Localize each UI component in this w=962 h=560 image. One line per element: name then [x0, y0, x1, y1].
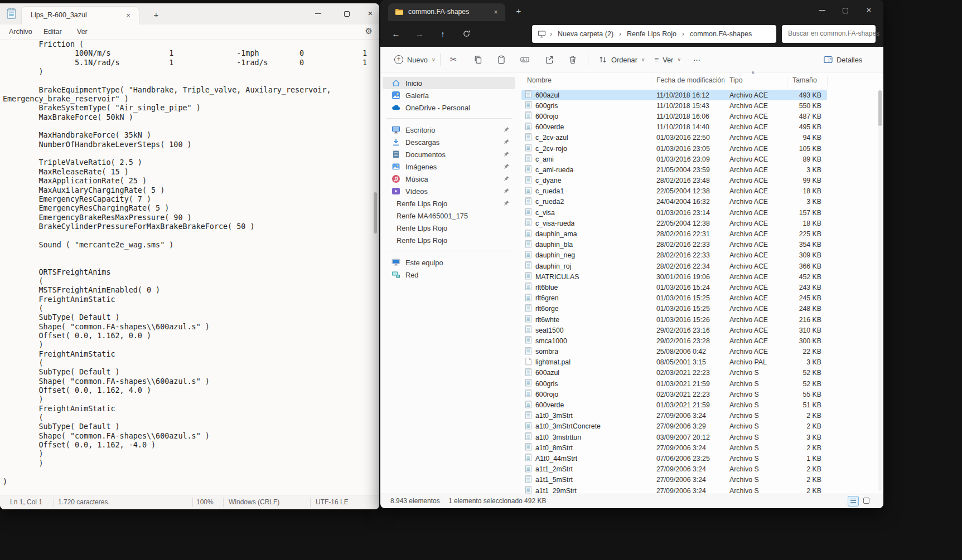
- sidebar-item-red[interactable]: Red: [383, 269, 515, 281]
- sidebar-item-inicio[interactable]: Inicio: [383, 77, 515, 89]
- explorer-titlebar[interactable]: common.FA-shapes × + ×: [380, 0, 883, 21]
- breadcrumb-item[interactable]: common.FA-shapes: [688, 29, 753, 39]
- table-row[interactable]: dauphin_bla28/02/2016 22:33Archivo ACE35…: [521, 240, 827, 250]
- explorer-tab-close-icon[interactable]: ×: [491, 7, 501, 17]
- column-header-nombre[interactable]: Nombre: [527, 76, 552, 84]
- table-row[interactable]: 600azul02/03/2021 22:23Archivo S52 KB: [521, 368, 827, 378]
- table-row[interactable]: a1t0_3mStrtConcrete27/09/2006 3:29Archiv…: [521, 421, 827, 432]
- table-row[interactable]: a1t0_3mStrt27/09/2006 3:24Archivo S2 KB: [521, 411, 827, 421]
- menu-ver[interactable]: Ver: [74, 27, 91, 37]
- status-encoding[interactable]: UTF-16 LE: [316, 498, 349, 506]
- explorer-minimize-button[interactable]: [810, 0, 834, 20]
- table-row[interactable]: c_2cv-rojo01/03/2016 23:05Archivo ACE105…: [521, 143, 827, 154]
- table-row[interactable]: rlt6whte01/03/2016 15:26Archivo ACE216 K…: [521, 314, 827, 325]
- sidebar-item-documentos[interactable]: Documentos: [383, 148, 515, 160]
- table-row[interactable]: seat150029/02/2016 23:16Archivo ACE310 K…: [521, 325, 827, 335]
- table-row[interactable]: c_visa-rueda22/05/2004 12:38Archivo ACE1…: [521, 218, 827, 228]
- rename-button[interactable]: [515, 51, 534, 68]
- table-row[interactable]: c_rueda122/05/2004 12:38Archivo ACE18 KB: [521, 186, 827, 197]
- sidebar-item-m-sica[interactable]: Música: [383, 173, 515, 185]
- settings-gear-icon[interactable]: ⚙: [365, 26, 373, 36]
- breadcrumb-item[interactable]: Nueva carpeta (2): [556, 29, 615, 39]
- notepad-minimize-button[interactable]: [306, 3, 330, 23]
- details-view-toggle[interactable]: [848, 496, 859, 507]
- table-row[interactable]: A1t0_44mStrt07/06/2006 23:25Archivo S1 K…: [521, 453, 827, 464]
- table-row[interactable]: a1t1_2mStrt27/09/2006 3:24Archivo S2 KB: [521, 464, 827, 475]
- column-header-fecha[interactable]: Fecha de modificación: [656, 76, 725, 84]
- menu-editar[interactable]: Editar: [40, 27, 65, 37]
- table-row[interactable]: c_ami01/03/2016 23:09Archivo ACE89 KB: [521, 154, 827, 164]
- notepad-titlebar[interactable]: Llps_R-600_3azul × + ×: [0, 3, 379, 25]
- menu-archivo[interactable]: Archivo: [6, 27, 36, 37]
- notepad-text-area[interactable]: Friction ( 100N/m/s 1 -1mph 0 1 5.1N/rad…: [3, 40, 368, 495]
- cut-button[interactable]: ✂: [445, 51, 462, 68]
- scrollbar-thumb[interactable]: [878, 90, 882, 126]
- new-button[interactable]: + Nuevo ∨: [389, 51, 441, 68]
- table-row[interactable]: sombra25/08/2006 0:42Archivo ACE22 KB: [521, 347, 827, 357]
- forward-icon[interactable]: →: [413, 27, 426, 41]
- table-row[interactable]: lightmat.pal08/05/2001 3:15Archivo PAL3 …: [521, 357, 827, 368]
- column-header-tamano[interactable]: Tamaño: [792, 76, 817, 84]
- explorer-new-tab-button[interactable]: +: [513, 6, 524, 17]
- table-row[interactable]: a1t0_3mstrttun03/09/2007 20:12Archivo S3…: [521, 432, 827, 442]
- table-row[interactable]: a1t1_5mStrt27/09/2006 3:24Archivo S2 KB: [521, 475, 827, 485]
- table-row[interactable]: 600verde11/10/2018 14:40Archivo ACE495 K…: [521, 122, 827, 133]
- status-zoom-level[interactable]: 100%: [196, 498, 214, 506]
- sidebar-item-renfe-llps-rojo[interactable]: Renfe Llps Rojo: [383, 197, 515, 210]
- notepad-new-tab-button[interactable]: +: [151, 9, 162, 21]
- up-icon[interactable]: ↑: [436, 27, 449, 41]
- file-list-scrollbar[interactable]: [878, 90, 882, 491]
- notepad-maximize-button[interactable]: [335, 3, 359, 23]
- sidebar-item-escritorio[interactable]: Escritorio: [383, 124, 515, 136]
- notepad-close-button[interactable]: ×: [358, 3, 379, 23]
- table-row[interactable]: MATRICULAS30/01/2016 19:06Archivo ACE452…: [521, 271, 827, 282]
- table-row[interactable]: c_ami-rueda21/05/2004 23:59Archivo ACE3 …: [521, 164, 827, 175]
- explorer-maximize-button[interactable]: [833, 0, 858, 20]
- table-row[interactable]: 600gris01/03/2021 21:59Archivo S52 KB: [521, 378, 827, 389]
- table-row[interactable]: a1t1_29mStrt27/09/2006 3:24Archivo S2 KB: [521, 485, 827, 494]
- table-row[interactable]: c_rueda224/04/2004 16:32Archivo ACE3 KB: [521, 197, 827, 207]
- delete-button[interactable]: [563, 51, 582, 68]
- table-row[interactable]: c_dyane28/02/2016 23:48Archivo ACE99 KB: [521, 176, 827, 186]
- table-row[interactable]: smca100029/02/2016 23:28Archivo ACE300 K…: [521, 335, 827, 346]
- sidebar-item-galer-a[interactable]: Galería: [383, 89, 515, 101]
- table-row[interactable]: rlt6blue01/03/2016 15:24Archivo ACE243 K…: [521, 282, 827, 293]
- search-input[interactable]: Buscar en common.FA-shapes: [782, 25, 876, 43]
- paste-button[interactable]: [492, 51, 511, 68]
- explorer-tab[interactable]: common.FA-shapes ×: [388, 3, 505, 21]
- sidebar-item-renfe-ma465001-175[interactable]: Renfe MA465001_175: [383, 210, 515, 222]
- breadcrumb[interactable]: ›Nueva carpeta (2)›Renfe Llps Rojo›commo…: [532, 25, 776, 43]
- table-row[interactable]: dauphin_neg28/02/2016 22:33Archivo ACE30…: [521, 250, 827, 261]
- table-row[interactable]: a1t0_8mStrt27/09/2006 3:24Archivo S2 KB: [521, 442, 827, 453]
- refresh-icon[interactable]: [460, 27, 473, 41]
- notepad-scrollbar-thumb[interactable]: [374, 192, 377, 233]
- table-row[interactable]: c_visa01/03/2016 23:14Archivo ACE157 KB: [521, 207, 827, 218]
- explorer-close-button[interactable]: ×: [857, 0, 881, 20]
- breadcrumb-item[interactable]: Renfe Llps Rojo: [625, 29, 678, 39]
- table-row[interactable]: 600rojo11/10/2018 16:06Archivo ACE487 KB: [521, 111, 827, 121]
- sort-button[interactable]: Ordenar ∨: [593, 51, 650, 68]
- sidebar-item-renfe-llps-rojo[interactable]: Renfe Llps Rojo: [383, 222, 515, 234]
- table-row[interactable]: 600verde01/03/2021 21:59Archivo S51 KB: [521, 400, 827, 410]
- back-icon[interactable]: ←: [389, 27, 403, 41]
- sidebar-item-onedrive-personal[interactable]: OneDrive - Personal: [383, 101, 515, 114]
- table-row[interactable]: dauphin_ama28/02/2016 22:31Archivo ACE22…: [521, 228, 827, 239]
- column-header-tipo[interactable]: Tipo: [729, 76, 742, 84]
- sidebar-item-este-equipo[interactable]: Este equipo: [383, 256, 515, 269]
- notepad-tab-close-icon[interactable]: ×: [123, 11, 133, 21]
- table-row[interactable]: rlt6orge01/03/2016 15:25Archivo ACE248 K…: [521, 304, 827, 314]
- table-row[interactable]: 600azul11/10/2018 16:12Archivo ACE493 KB: [521, 90, 827, 100]
- view-button[interactable]: ≡ Ver ∨: [649, 51, 686, 68]
- icons-view-toggle[interactable]: [861, 496, 872, 507]
- sidebar-item-descargas[interactable]: Descargas: [383, 136, 515, 148]
- table-row[interactable]: 600gris11/10/2018 15:43Archivo ACE550 KB: [521, 100, 827, 111]
- share-button[interactable]: [540, 51, 559, 68]
- copy-button[interactable]: [468, 51, 487, 68]
- table-row[interactable]: dauphin_roj28/02/2016 22:34Archivo ACE36…: [521, 261, 827, 271]
- status-line-endings[interactable]: Windows (CRLF): [229, 498, 279, 506]
- sidebar-item-im-genes[interactable]: Imágenes: [383, 160, 515, 173]
- sidebar-item-v-deos[interactable]: Vídeos: [383, 185, 515, 197]
- table-row[interactable]: rlt6gren01/03/2016 15:25Archivo ACE245 K…: [521, 293, 827, 304]
- table-row[interactable]: c_2cv-azul01/03/2016 22:50Archivo ACE94 …: [521, 133, 827, 143]
- more-options-button[interactable]: ⋯: [688, 51, 705, 68]
